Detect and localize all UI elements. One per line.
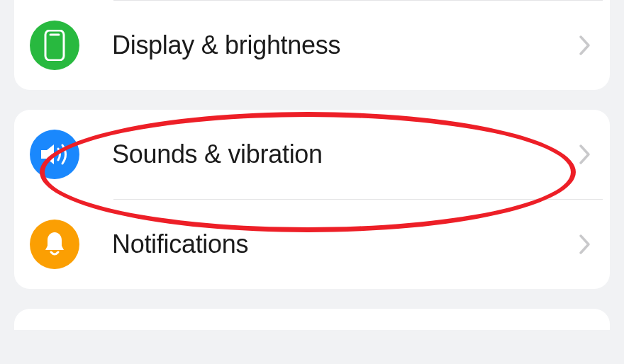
chevron-right-icon [579,35,591,56]
settings-label: Notifications [112,229,579,259]
settings-label: Sounds & vibration [112,140,579,169]
chevron-right-icon [579,144,591,165]
settings-card-2: Sounds & vibration Notifications [14,110,610,289]
settings-label: Display & brightness [112,30,579,60]
settings-card-3-partial [14,309,610,330]
bell-icon [30,220,79,269]
settings-list: Display & brightness Sounds & vibration [0,0,624,330]
settings-row-display-brightness[interactable]: Display & brightness [14,1,610,90]
chevron-right-icon [579,234,591,255]
settings-row-sounds-vibration[interactable]: Sounds & vibration [14,110,610,199]
settings-card-1: Display & brightness [14,0,610,90]
display-icon [30,21,79,70]
settings-row-notifications[interactable]: Notifications [14,200,610,289]
sound-icon [30,130,79,179]
